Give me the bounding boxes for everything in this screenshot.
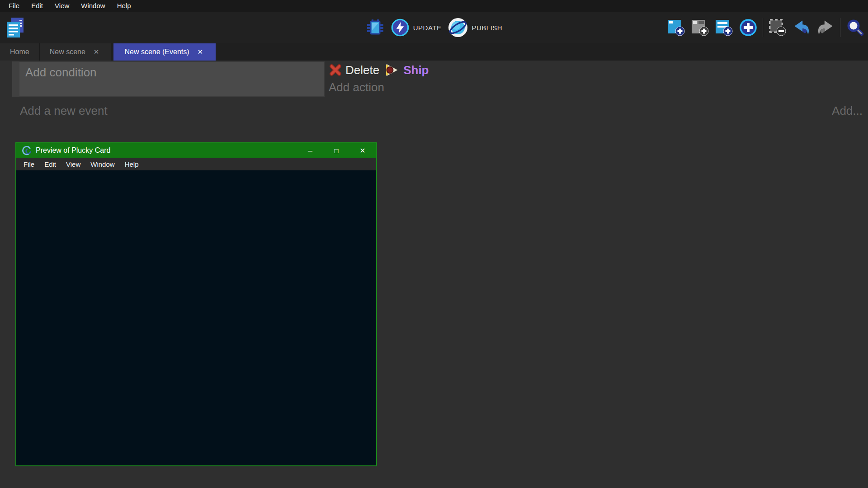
event-conditions-area[interactable]: Add condition — [19, 61, 325, 97]
editor-tabbar: Home New scene ✕ New scene (Events) ✕ — [0, 43, 868, 61]
tab-close-icon[interactable]: ✕ — [196, 47, 205, 57]
toolbar-separator — [840, 18, 840, 37]
preview-menu-help[interactable]: Help — [120, 160, 144, 168]
add-new-event-row: Add a new event Add... — [0, 102, 868, 120]
update-lightning-icon — [391, 19, 409, 37]
menu-file[interactable]: File — [3, 0, 25, 12]
choose-add-event-icon[interactable] — [739, 18, 758, 37]
preview-window-title: Preview of Plucky Card — [36, 146, 110, 155]
main-toolbar: UPDATE PUBLISH — [0, 12, 868, 43]
delete-x-icon — [329, 63, 342, 77]
add-event-button[interactable]: Add... — [832, 104, 863, 118]
close-button[interactable]: ✕ — [358, 146, 367, 155]
menu-help[interactable]: Help — [111, 0, 137, 12]
ship-object-thumbnail-icon — [385, 64, 399, 76]
add-event-icon[interactable] — [667, 18, 686, 37]
toolbar-separator — [763, 18, 763, 37]
preview-game-canvas[interactable] — [16, 170, 376, 465]
preview-titlebar[interactable]: Preview of Plucky Card – □ ✕ — [16, 143, 376, 158]
app-menubar: File Edit View Window Help — [0, 0, 868, 12]
maximize-button[interactable]: □ — [332, 147, 341, 155]
preview-menu-edit[interactable]: Edit — [39, 160, 61, 168]
minimize-button[interactable]: – — [306, 148, 315, 153]
gdevelop-logo-icon — [22, 145, 32, 155]
event-margin-strip[interactable] — [12, 61, 19, 97]
undo-icon[interactable] — [792, 18, 811, 37]
update-label: UPDATE — [413, 24, 442, 32]
tab-close-icon[interactable]: ✕ — [92, 47, 101, 57]
action-object-name: Ship — [403, 63, 429, 77]
add-new-event-placeholder[interactable]: Add a new event — [20, 104, 108, 118]
menu-edit[interactable]: Edit — [25, 0, 49, 12]
debug-icon[interactable] — [366, 18, 385, 37]
action-delete-label: Delete — [345, 63, 379, 77]
preview-menu-view[interactable]: View — [61, 160, 85, 168]
tab-new-scene[interactable]: New scene ✕ — [40, 43, 112, 61]
preview-menu-file[interactable]: File — [19, 160, 39, 168]
tab-new-scene-events-label: New scene (Events) — [124, 48, 189, 56]
publish-planet-icon — [448, 18, 468, 38]
update-button[interactable]: UPDATE — [391, 19, 442, 37]
preview-window: Preview of Plucky Card – □ ✕ File Edit V… — [15, 142, 377, 466]
add-condition-placeholder[interactable]: Add condition — [19, 62, 324, 80]
tab-home[interactable]: Home — [0, 43, 40, 61]
add-comment-icon[interactable] — [715, 18, 734, 37]
preview-menubar: File Edit View Window Help — [16, 158, 376, 170]
event-actions-area: Delete Ship Add action — [329, 62, 429, 94]
tab-home-label: Home — [10, 48, 29, 56]
tab-new-scene-events[interactable]: New scene (Events) ✕ — [113, 43, 216, 61]
menu-window[interactable]: Window — [75, 0, 111, 12]
add-subevent-icon[interactable] — [691, 18, 710, 37]
tab-new-scene-label: New scene — [50, 48, 85, 56]
add-action-placeholder[interactable]: Add action — [329, 80, 429, 94]
menu-view[interactable]: View — [49, 0, 75, 12]
redo-icon[interactable] — [816, 18, 835, 37]
publish-label: PUBLISH — [472, 24, 503, 32]
remove-selection-icon[interactable] — [768, 18, 787, 37]
action-delete-ship[interactable]: Delete Ship — [329, 62, 429, 78]
preview-menu-window[interactable]: Window — [85, 160, 119, 168]
publish-button[interactable]: PUBLISH — [448, 18, 503, 38]
search-icon[interactable] — [845, 18, 864, 37]
